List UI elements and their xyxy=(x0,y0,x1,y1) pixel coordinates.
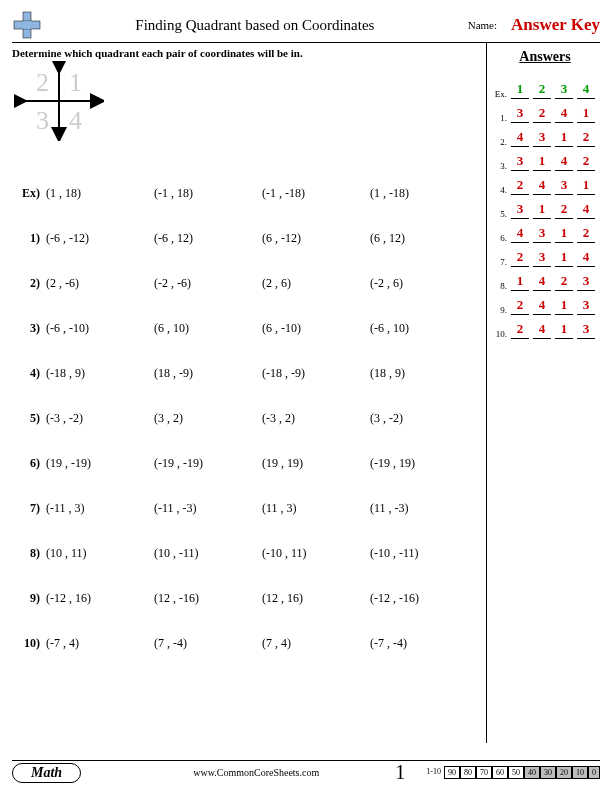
answer-value: 4 xyxy=(533,273,551,291)
coord-cell: (10 , 11) xyxy=(46,546,154,561)
problem-label: 9) xyxy=(12,591,46,606)
answer-value: 2 xyxy=(555,201,573,219)
answer-value: 3 xyxy=(555,81,573,99)
answer-value: 3 xyxy=(533,225,551,243)
coord-cell: (-12 , 16) xyxy=(46,591,154,606)
coord-cell: (18 , -9) xyxy=(154,366,262,381)
score-cell: 20 xyxy=(556,766,572,779)
answer-row: 8.1423 xyxy=(493,267,597,291)
answer-value: 2 xyxy=(555,273,573,291)
problem-row: 1) (-6 , -12) (-6 , 12) (6 , -12) (6 , 1… xyxy=(12,216,482,261)
score-cell: 10 xyxy=(572,766,588,779)
instructions: Determine which quadrant each pair of co… xyxy=(12,47,482,59)
score-range-label: 1-10 xyxy=(423,766,444,779)
score-cells: 9080706050403020100 xyxy=(444,766,600,779)
problem-row: 10) (-7 , 4) (7 , -4) (7 , 4) (-7 , -4) xyxy=(12,621,482,666)
answer-label: 4. xyxy=(493,185,507,195)
subject-badge: Math xyxy=(12,763,81,783)
logo-icon xyxy=(12,10,42,40)
coord-cell: (-10 , 11) xyxy=(262,546,370,561)
answer-row: 2.4312 xyxy=(493,123,597,147)
coord-cell: (2 , -6) xyxy=(46,276,154,291)
answer-row: 9.2413 xyxy=(493,291,597,315)
quadrant-diagram: 2 1 3 4 xyxy=(14,61,104,141)
score-cell: 30 xyxy=(540,766,556,779)
answers-title: Answers xyxy=(493,49,597,65)
answer-row: 6.4312 xyxy=(493,219,597,243)
answer-label: 7. xyxy=(493,257,507,267)
answer-label: 5. xyxy=(493,209,507,219)
coord-cell: (-2 , -6) xyxy=(154,276,262,291)
answer-value: 4 xyxy=(533,177,551,195)
coord-cell: (1 , -18) xyxy=(370,186,478,201)
coord-cell: (6 , 12) xyxy=(370,231,478,246)
answer-value: 4 xyxy=(533,321,551,339)
coord-cell: (12 , -16) xyxy=(154,591,262,606)
problem-row: 7) (-11 , 3) (-11 , -3) (11 , 3) (11 , -… xyxy=(12,486,482,531)
answer-value: 3 xyxy=(577,321,595,339)
score-cell: 40 xyxy=(524,766,540,779)
answer-label: 6. xyxy=(493,233,507,243)
answer-value: 4 xyxy=(511,225,529,243)
coord-cell: (6 , -12) xyxy=(262,231,370,246)
problem-row: Ex) (1 , 18) (-1 , 18) (-1 , -18) (1 , -… xyxy=(12,171,482,216)
answer-row: 10.2413 xyxy=(493,315,597,339)
header: Finding Quadrant based on Coordinates Na… xyxy=(12,10,600,40)
coord-cell: (10 , -11) xyxy=(154,546,262,561)
answer-label: 9. xyxy=(493,305,507,315)
coord-cell: (6 , -10) xyxy=(262,321,370,336)
answer-row: Ex.1234 xyxy=(493,75,597,99)
answer-value: 3 xyxy=(511,105,529,123)
answer-value: 1 xyxy=(555,249,573,267)
answer-value: 1 xyxy=(577,177,595,195)
answer-value: 4 xyxy=(555,105,573,123)
worksheet-page: Finding Quadrant based on Coordinates Na… xyxy=(0,0,612,792)
answer-value: 1 xyxy=(577,105,595,123)
answer-value: 3 xyxy=(533,129,551,147)
answer-value: 3 xyxy=(511,153,529,171)
answer-value: 1 xyxy=(555,225,573,243)
quad-label-1: 1 xyxy=(69,68,82,97)
problem-label: 10) xyxy=(12,636,46,651)
answer-value: 2 xyxy=(533,81,551,99)
score-cell: 60 xyxy=(492,766,508,779)
svg-rect-2 xyxy=(23,21,31,29)
answer-value: 4 xyxy=(577,249,595,267)
answer-value: 1 xyxy=(511,273,529,291)
score-cell: 70 xyxy=(476,766,492,779)
coord-cell: (7 , -4) xyxy=(154,636,262,651)
coord-cell: (-6 , 10) xyxy=(370,321,478,336)
coord-cell: (12 , 16) xyxy=(262,591,370,606)
problems-list: Ex) (1 , 18) (-1 , 18) (-1 , -18) (1 , -… xyxy=(12,61,482,666)
coord-cell: (-11 , -3) xyxy=(154,501,262,516)
coord-cell: (-2 , 6) xyxy=(370,276,478,291)
coord-cell: (-1 , -18) xyxy=(262,186,370,201)
problem-label: 3) xyxy=(12,321,46,336)
coord-cell: (11 , -3) xyxy=(370,501,478,516)
coord-cell: (2 , 6) xyxy=(262,276,370,291)
answer-value: 1 xyxy=(533,201,551,219)
coord-cell: (-3 , -2) xyxy=(46,411,154,426)
answer-value: 2 xyxy=(511,249,529,267)
coord-cell: (-6 , -12) xyxy=(46,231,154,246)
coord-cell: (18 , 9) xyxy=(370,366,478,381)
answer-value: 4 xyxy=(533,297,551,315)
answer-value: 4 xyxy=(577,201,595,219)
coord-cell: (19 , -19) xyxy=(46,456,154,471)
problems-column: Determine which quadrant each pair of co… xyxy=(12,43,487,743)
problem-row: 2) (2 , -6) (-2 , -6) (2 , 6) (-2 , 6) xyxy=(12,261,482,306)
score-strip: 1-10 9080706050403020100 xyxy=(423,766,600,779)
answer-value: 2 xyxy=(511,321,529,339)
answer-value: 4 xyxy=(577,81,595,99)
quad-label-3: 3 xyxy=(36,106,49,135)
answer-value: 3 xyxy=(577,273,595,291)
coord-cell: (-3 , 2) xyxy=(262,411,370,426)
quad-label-2: 2 xyxy=(36,68,49,97)
coord-cell: (-19 , 19) xyxy=(370,456,478,471)
coord-cell: (-19 , -19) xyxy=(154,456,262,471)
answer-value: 1 xyxy=(555,297,573,315)
answer-value: 2 xyxy=(511,177,529,195)
problem-row: 6) (19 , -19) (-19 , -19) (19 , 19) (-19… xyxy=(12,441,482,486)
problem-row: 5) (-3 , -2) (3 , 2) (-3 , 2) (3 , -2) xyxy=(12,396,482,441)
problem-label: 6) xyxy=(12,456,46,471)
